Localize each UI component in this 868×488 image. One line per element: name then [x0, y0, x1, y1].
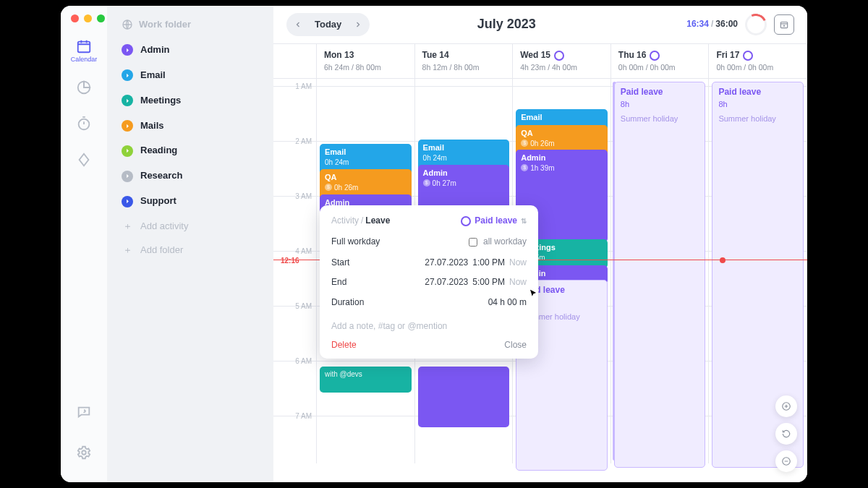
minimize-window-icon[interactable]	[84, 14, 92, 22]
sidebar-item-label: Mails	[140, 120, 164, 132]
day-header-row: Mon 136h 24m / 8h 00mTue 148h 12m / 8h 0…	[273, 43, 807, 79]
day-column-thu[interactable]: Paid leave8hSummer holiday	[611, 79, 710, 463]
rail-calendar[interactable]: Calendar	[67, 35, 101, 68]
zoom-reset-button[interactable]	[775, 423, 797, 445]
day-header[interactable]: Fri 170h 00m / 0h 00m	[709, 44, 807, 78]
leave-type-dot-icon	[461, 216, 471, 226]
zoom-controls	[775, 395, 797, 472]
main-panel: Today July 2023 16:34/36:00 Mon 136h 24m…	[273, 6, 807, 482]
cost-icon: $	[521, 164, 528, 171]
chevron-right-icon	[122, 95, 133, 106]
all-workday-checkbox[interactable]: all workday	[466, 236, 527, 249]
leave-indicator-icon	[554, 51, 564, 61]
add-folder[interactable]: ＋ Add folder	[114, 239, 266, 262]
add-folder-label: Add folder	[140, 244, 183, 257]
rail-reports[interactable]	[67, 71, 101, 104]
month-title: July 2023	[380, 16, 633, 33]
help-chat-icon	[76, 404, 92, 420]
add-activity[interactable]: ＋ Add activity	[114, 215, 266, 239]
time-goal: 36:00	[715, 19, 738, 29]
chevron-left-icon	[294, 20, 302, 29]
day-hours-label: 0h 00m / 0h 00m	[618, 63, 702, 73]
start-date[interactable]: 27.07.2023	[425, 257, 468, 269]
leave-indicator-icon	[743, 51, 753, 61]
plus-icon	[781, 401, 791, 411]
chevron-right-icon	[122, 196, 133, 207]
calendar-event[interactable]: Admin$0h 27m	[418, 165, 510, 210]
calendar-grid[interactable]: 12:16 1 AM2 AM3 AM4 AM5 AM6 AM7 AM Email…	[273, 79, 807, 482]
folder-header[interactable]: Work folder	[114, 13, 266, 37]
week-progress-label: 16:34/36:00	[686, 19, 738, 30]
prev-week-button[interactable]	[289, 15, 307, 34]
folder-name: Work folder	[139, 19, 191, 31]
calendar-add-icon	[779, 20, 789, 30]
day-header[interactable]: Thu 160h 00m / 0h 00m	[611, 44, 710, 78]
start-time[interactable]: 1:00 PM	[472, 257, 505, 269]
hour-label: 6 AM	[295, 356, 312, 366]
event-name: Admin	[423, 168, 505, 178]
leave-type-label: Paid leave	[475, 215, 517, 227]
rail-help[interactable]	[67, 395, 101, 429]
popover-tabs: Activity/Leave	[331, 215, 390, 227]
svg-point-2	[82, 450, 86, 455]
date-nav: Today	[286, 13, 370, 36]
event-duration: 0h 24m	[325, 158, 349, 167]
start-label: Start	[331, 257, 349, 269]
sidebar-item-reading[interactable]: Reading	[114, 139, 266, 163]
rail-shapes[interactable]	[67, 143, 101, 176]
svg-rect-0	[78, 42, 90, 53]
time-elapsed: 16:34	[686, 19, 709, 29]
end-now-button[interactable]: Now	[509, 277, 527, 288]
reset-icon	[781, 429, 791, 439]
sidebar-item-mails[interactable]: Mails	[114, 114, 266, 138]
tab-activity[interactable]: Activity	[331, 215, 359, 226]
end-date[interactable]: 27.07.2023	[425, 277, 468, 288]
current-time-label: 12:16	[281, 255, 299, 265]
event-duration: 0h 26m	[334, 183, 358, 192]
zoom-out-button[interactable]	[775, 450, 797, 472]
delete-button[interactable]: Delete	[331, 340, 357, 351]
rail-settings[interactable]	[67, 436, 101, 469]
day-name-label: Tue 14	[422, 50, 449, 61]
chevron-up-down-icon: ⇅	[521, 218, 527, 225]
next-week-button[interactable]	[349, 15, 367, 34]
nav-rail: Calendar	[61, 6, 107, 482]
tab-leave[interactable]: Leave	[365, 215, 390, 226]
rail-timer[interactable]	[67, 107, 101, 140]
day-header[interactable]: Mon 136h 24m / 8h 00m	[317, 44, 415, 78]
leave-block[interactable]: Paid leave8hSummer holiday	[614, 82, 706, 468]
chevron-right-icon	[354, 20, 362, 29]
event-name: QA	[521, 128, 603, 138]
sidebar-item-label: Research	[140, 170, 183, 182]
sidebar-item-support[interactable]: Support	[114, 189, 266, 213]
sidebar-item-meetings[interactable]: Meetings	[114, 89, 266, 113]
day-header[interactable]: Tue 148h 12m / 8h 00m	[415, 44, 514, 78]
day-header[interactable]: Wed 154h 23m / 4h 00m	[513, 44, 611, 78]
sidebar-item-research[interactable]: Research	[114, 164, 266, 188]
end-time[interactable]: 5:00 PM	[472, 277, 505, 288]
open-mini-calendar-button[interactable]	[774, 14, 794, 35]
sidebar-item-label: Admin	[140, 44, 169, 56]
cost-icon: $	[521, 140, 528, 147]
hour-label: 5 AM	[295, 301, 312, 311]
close-window-icon[interactable]	[71, 14, 79, 22]
day-name-label: Mon 13	[324, 50, 354, 61]
event-name: Admin	[521, 153, 603, 163]
calendar-event[interactable]	[418, 367, 510, 427]
calendar-event[interactable]: with @devs	[320, 367, 412, 393]
chevron-right-icon	[122, 171, 133, 182]
today-button[interactable]: Today	[307, 19, 349, 31]
day-name-label: Fri 17	[716, 50, 739, 61]
maximize-window-icon[interactable]	[97, 14, 105, 22]
zoom-in-button[interactable]	[775, 395, 797, 417]
sidebar-item-admin[interactable]: Admin	[114, 38, 266, 62]
leave-type-select[interactable]: Paid leave ⇅	[461, 215, 527, 227]
day-name-label: Thu 16	[618, 50, 647, 61]
duration-value[interactable]: 04 h 00 m	[488, 297, 527, 309]
chevron-right-icon	[122, 120, 133, 132]
sidebar-item-email[interactable]: Email	[114, 64, 266, 87]
note-input[interactable]	[331, 317, 527, 335]
start-now-button[interactable]: Now	[509, 257, 527, 269]
pie-chart-icon	[76, 80, 92, 95]
close-button[interactable]: Close	[504, 340, 527, 351]
